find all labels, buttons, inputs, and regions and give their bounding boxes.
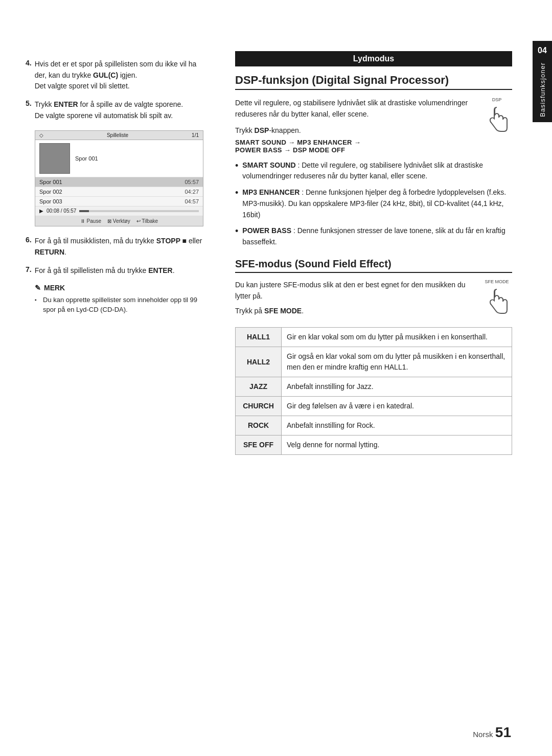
dsp-hand-icon <box>481 103 512 134</box>
playlist-page: 1/1 <box>192 132 199 138</box>
main-content: 4. Hvis det er et spor på spillelisten s… <box>0 31 552 725</box>
track-3-name: Spor 003 <box>39 198 181 204</box>
page-container: 04 Basisfunksjoner 4. Hvis det er et spo… <box>0 0 552 756</box>
dsp-body: Dette vil regulere, og stabilisere lydni… <box>235 97 512 120</box>
sidebar-text: Basisfunksjoner <box>539 62 546 117</box>
playlist-time-bar: ▶ 00:08 / 05:57 <box>35 207 203 216</box>
left-column: 4. Hvis det er et spor på spillelisten s… <box>0 31 220 725</box>
lydmodus-header: Lydmodus <box>235 51 512 66</box>
merk-title: ✎ MERK <box>35 284 204 292</box>
merk-bullet-1: Du kan opprette spillelister som innehol… <box>35 295 204 315</box>
sfe-desc-church: Gir deg følelsen av å være i en katedral… <box>282 397 512 416</box>
sfe-key-rock: ROCK <box>236 416 282 436</box>
step-4-content: Hvis det er et spor på spillelisten som … <box>35 59 204 92</box>
bullet-smart-sound-text: SMART SOUND : Dette vil regulere, og sta… <box>242 160 512 182</box>
step-5-number: 5. <box>26 99 32 121</box>
pencil-icon: ✎ <box>35 284 41 292</box>
right-column: Lydmodus DSP-funksjon (Digital Signal Pr… <box>220 31 533 725</box>
step-6: 6. For å gå til musikklisten, må du tryk… <box>26 236 204 258</box>
step-7-content: For å gå til spillelisten må du trykke E… <box>35 265 175 277</box>
sfe-key-hall2: HALL2 <box>236 347 282 377</box>
track-1-label: Spor 001 <box>75 155 98 162</box>
footer-lang: Norsk <box>473 730 493 739</box>
step-4: 4. Hvis det er et spor på spillelisten s… <box>26 59 204 92</box>
dsp-label: DSP <box>481 97 512 102</box>
track-active-time: 05:57 <box>181 179 199 185</box>
playlist-screenshot: ◇ Spilleliste 1/1 Spor 001 Spor 001 <box>35 130 203 226</box>
step-5-sub: De valgte sporene vil automatisk bli spi… <box>35 111 173 120</box>
merk-label: MERK <box>44 284 65 292</box>
track-row-active: Spor 001 05:57 <box>35 177 203 187</box>
sfe-row-rock: ROCK Anbefalt innstilling for Rock. <box>236 416 512 436</box>
merk-section: ✎ MERK Du kan opprette spillelister som … <box>35 284 204 315</box>
sfe-body: Du kan justere SFE-modus slik at den er … <box>235 279 512 302</box>
footer-tools: ⊠ Verktøy <box>107 218 130 224</box>
sfe-row-church: CHURCH Gir deg følelsen av å være i en k… <box>236 397 512 416</box>
bullet-mp3: • MP3 ENHANCER : Denne funksjonen hjelpe… <box>235 187 512 220</box>
step-4-sub: Det valgte sporet vil bli slettet. <box>35 82 130 90</box>
sfe-hand-icon <box>481 285 512 316</box>
sfe-instruction: Trykk på SFE MODE. <box>235 307 512 315</box>
bullet-power-bass-text: POWER BASS : Denne funksjonen stresser d… <box>242 225 512 247</box>
playlist-thumbnail <box>39 143 70 174</box>
sfe-title: SFE-modus (Sound Field Effect) <box>235 258 512 273</box>
sfe-desc-rock: Anbefalt innstilling for Rock. <box>282 416 512 436</box>
dsp-instruction: Trykk DSP-knappen. <box>235 126 512 134</box>
playlist-icon: ◇ <box>39 132 43 138</box>
sfe-key-church: CHURCH <box>236 397 282 416</box>
step-6-content: For å gå til musikklisten, må du trykke … <box>35 236 204 258</box>
sfe-desc-off: Velg denne for normal lytting. <box>282 436 512 455</box>
sfe-desc-hall1: Gir en klar vokal som om du lytter på mu… <box>282 328 512 347</box>
current-time: 00:08 / 05:57 <box>47 208 76 214</box>
track-row-1: Spor 001 <box>75 155 116 162</box>
progress-bar <box>79 210 199 212</box>
playlist-main-row: Spor 001 <box>35 140 203 177</box>
sidebar-tab: 04 Basisfunksjoner <box>533 41 552 122</box>
sfe-icon-wrapper: SFE MODE <box>481 279 512 317</box>
sfe-table: HALL1 Gir en klar vokal som om du lytter… <box>235 327 512 455</box>
playlist-header: ◇ Spilleliste 1/1 <box>35 131 203 140</box>
track-active-name: Spor 001 <box>39 179 181 185</box>
track-3-time: 04:57 <box>181 198 199 204</box>
sfe-label: SFE MODE <box>481 279 512 284</box>
step-5-content: Trykk ENTER for å spille av de valgte sp… <box>35 99 183 121</box>
sidebar-number: 04 <box>538 46 547 55</box>
footer-page: 51 <box>495 724 511 740</box>
step-6-number: 6. <box>26 236 32 258</box>
bullet-dot-2: • <box>235 186 238 200</box>
step-4-number: 4. <box>26 59 32 92</box>
playlist-footer: ⏸ Pause ⊠ Verktøy ↩ Tilbake <box>35 216 203 226</box>
track-2-name: Spor 002 <box>39 189 181 195</box>
progress-fill <box>79 210 89 212</box>
step-7: 7. For å gå til spillelisten må du trykk… <box>26 265 204 277</box>
dsp-intro-block: DSP Dette vil regulere, og stabilisere l… <box>235 97 512 160</box>
bullet-mp3-text: MP3 ENHANCER : Denne funksjonen hjelper … <box>242 187 512 220</box>
footer-pause: ⏸ Pause <box>80 218 101 224</box>
dsp-flow: SMART SOUND → MP3 ENHANCER →POWER BASS →… <box>235 139 512 154</box>
page-footer: Norsk 51 <box>473 724 511 741</box>
sfe-key-off: SFE OFF <box>236 436 282 455</box>
step-7-number: 7. <box>26 265 32 277</box>
sfe-row-hall2: HALL2 Gir også en klar vokal som om du l… <box>236 347 512 377</box>
bullet-dot-3: • <box>235 224 238 239</box>
playlist-title: Spilleliste <box>107 132 128 138</box>
track-row-2: Spor 002 04:27 <box>35 187 203 197</box>
bullet-power-bass: • POWER BASS : Denne funksjonen stresser… <box>235 225 512 247</box>
dsp-title: DSP-funksjon (Digital Signal Processor) <box>235 74 512 90</box>
sfe-row-jazz: JAZZ Anbefalt innstilling for Jazz. <box>236 377 512 397</box>
sfe-desc-hall2: Gir også en klar vokal som om du lytter … <box>282 347 512 377</box>
footer-back: ↩ Tilbake <box>136 218 158 224</box>
track-row-3: Spor 003 04:57 <box>35 197 203 207</box>
sfe-row-hall1: HALL1 Gir en klar vokal som om du lytter… <box>236 328 512 347</box>
sfe-key-hall1: HALL1 <box>236 328 282 347</box>
dsp-icon-wrapper: DSP <box>481 97 512 135</box>
sfe-row-off: SFE OFF Velg denne for normal lytting. <box>236 436 512 455</box>
step-5: 5. Trykk ENTER for å spille av de valgte… <box>26 99 204 121</box>
bullet-smart-sound: • SMART SOUND : Dette vil regulere, og s… <box>235 160 512 182</box>
sfe-desc-jazz: Anbefalt innstilling for Jazz. <box>282 377 512 397</box>
dsp-bullets: • SMART SOUND : Dette vil regulere, og s… <box>235 160 512 248</box>
bullet-dot-1: • <box>235 159 238 173</box>
sfe-intro-block: SFE MODE Du kan justere SFE-modus slik a… <box>235 279 512 323</box>
track-2-time: 04:27 <box>181 189 199 195</box>
sfe-key-jazz: JAZZ <box>236 377 282 397</box>
